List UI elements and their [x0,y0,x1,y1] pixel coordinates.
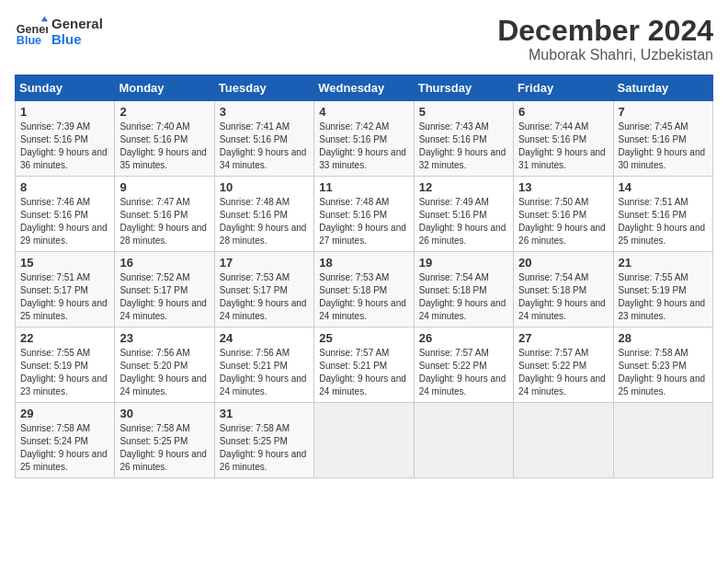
day-number: 18 [319,256,408,270]
page-header: General Blue General Blue December 2024 … [15,15,713,63]
calendar-week-row: 29 Sunrise: 7:58 AM Sunset: 5:24 PM Dayl… [16,403,713,478]
calendar-week-row: 8 Sunrise: 7:46 AM Sunset: 5:16 PM Dayli… [16,177,713,252]
day-number: 12 [419,180,508,194]
day-number: 8 [20,180,109,194]
day-number: 27 [518,331,608,345]
day-number: 28 [619,331,708,345]
days-of-week-row: SundayMondayTuesdayWednesdayThursdayFrid… [16,75,713,101]
day-number: 7 [619,105,708,119]
day-detail: Sunrise: 7:48 AM Sunset: 5:16 PM Dayligh… [319,196,408,247]
calendar-day-cell: 17 Sunrise: 7:53 AM Sunset: 5:17 PM Dayl… [214,252,313,327]
logo-blue-text: Blue [51,31,103,47]
calendar-day-cell: 7 Sunrise: 7:45 AM Sunset: 5:16 PM Dayli… [613,101,712,177]
day-detail: Sunrise: 7:55 AM Sunset: 5:19 PM Dayligh… [20,347,109,398]
day-detail: Sunrise: 7:41 AM Sunset: 5:16 PM Dayligh… [220,121,309,172]
day-detail: Sunrise: 7:58 AM Sunset: 5:25 PM Dayligh… [119,422,209,474]
day-number: 13 [518,180,608,194]
calendar-day-cell: 19 Sunrise: 7:54 AM Sunset: 5:18 PM Dayl… [414,252,513,327]
day-detail: Sunrise: 7:53 AM Sunset: 5:17 PM Dayligh… [220,271,309,323]
day-header-friday: Friday [514,75,613,101]
day-detail: Sunrise: 7:44 AM Sunset: 5:16 PM Dayligh… [518,121,608,172]
day-header-monday: Monday [115,75,214,101]
calendar-table: SundayMondayTuesdayWednesdayThursdayFrid… [15,75,713,478]
logo-icon: General Blue [15,15,48,48]
day-detail: Sunrise: 7:57 AM Sunset: 5:21 PM Dayligh… [319,347,408,398]
calendar-day-cell: 31 Sunrise: 7:58 AM Sunset: 5:25 PM Dayl… [214,403,313,478]
day-detail: Sunrise: 7:58 AM Sunset: 5:24 PM Dayligh… [20,422,109,474]
calendar-day-cell: 18 Sunrise: 7:53 AM Sunset: 5:18 PM Dayl… [314,252,414,327]
day-detail: Sunrise: 7:43 AM Sunset: 5:16 PM Dayligh… [419,121,508,172]
calendar-day-cell: 13 Sunrise: 7:50 AM Sunset: 5:16 PM Dayl… [514,177,613,252]
calendar-day-cell: 23 Sunrise: 7:56 AM Sunset: 5:20 PM Dayl… [115,327,214,403]
day-number: 25 [319,331,408,345]
day-detail: Sunrise: 7:56 AM Sunset: 5:20 PM Dayligh… [119,347,209,398]
calendar-day-cell: 9 Sunrise: 7:47 AM Sunset: 5:16 PM Dayli… [115,177,214,252]
calendar-week-row: 22 Sunrise: 7:55 AM Sunset: 5:19 PM Dayl… [16,327,713,403]
day-detail: Sunrise: 7:48 AM Sunset: 5:16 PM Dayligh… [220,196,309,247]
day-detail: Sunrise: 7:45 AM Sunset: 5:16 PM Dayligh… [619,121,708,172]
day-detail: Sunrise: 7:53 AM Sunset: 5:18 PM Dayligh… [319,271,408,323]
day-number: 1 [20,105,109,119]
calendar-day-cell [514,403,613,478]
calendar-day-cell: 21 Sunrise: 7:55 AM Sunset: 5:19 PM Dayl… [613,252,712,327]
calendar-day-cell: 6 Sunrise: 7:44 AM Sunset: 5:16 PM Dayli… [514,101,613,177]
calendar-day-cell: 15 Sunrise: 7:51 AM Sunset: 5:17 PM Dayl… [16,252,115,327]
day-number: 29 [20,407,109,420]
day-detail: Sunrise: 7:50 AM Sunset: 5:16 PM Dayligh… [518,196,608,247]
day-number: 20 [518,256,608,270]
calendar-day-cell: 26 Sunrise: 7:57 AM Sunset: 5:22 PM Dayl… [414,327,513,403]
day-header-wednesday: Wednesday [314,75,414,101]
calendar-day-cell: 16 Sunrise: 7:52 AM Sunset: 5:17 PM Dayl… [115,252,214,327]
calendar-day-cell: 14 Sunrise: 7:51 AM Sunset: 5:16 PM Dayl… [613,177,712,252]
day-number: 24 [220,331,309,345]
day-header-saturday: Saturday [613,75,712,101]
day-number: 3 [220,105,309,119]
svg-marker-2 [41,17,48,21]
day-header-thursday: Thursday [414,75,513,101]
calendar-day-cell: 27 Sunrise: 7:57 AM Sunset: 5:22 PM Dayl… [514,327,613,403]
day-number: 10 [220,180,309,194]
day-number: 17 [220,256,309,270]
calendar-body: 1 Sunrise: 7:39 AM Sunset: 5:16 PM Dayli… [16,101,713,478]
day-number: 23 [119,331,209,345]
day-detail: Sunrise: 7:58 AM Sunset: 5:25 PM Dayligh… [220,422,309,474]
calendar-day-cell [314,403,414,478]
day-number: 6 [518,105,608,119]
day-detail: Sunrise: 7:57 AM Sunset: 5:22 PM Dayligh… [419,347,508,398]
day-number: 14 [619,180,708,194]
calendar-day-cell: 3 Sunrise: 7:41 AM Sunset: 5:16 PM Dayli… [214,101,313,177]
calendar-day-cell: 30 Sunrise: 7:58 AM Sunset: 5:25 PM Dayl… [115,403,214,478]
calendar-day-cell: 25 Sunrise: 7:57 AM Sunset: 5:21 PM Dayl… [314,327,414,403]
calendar-day-cell [414,403,513,478]
title-block: December 2024 Muborak Shahri, Uzbekistan [497,15,713,63]
day-number: 19 [419,256,508,270]
calendar-day-cell: 11 Sunrise: 7:48 AM Sunset: 5:16 PM Dayl… [314,177,414,252]
day-header-tuesday: Tuesday [214,75,313,101]
day-number: 4 [319,105,408,119]
calendar-day-cell: 24 Sunrise: 7:56 AM Sunset: 5:21 PM Dayl… [214,327,313,403]
day-number: 15 [20,256,109,270]
day-detail: Sunrise: 7:49 AM Sunset: 5:16 PM Dayligh… [419,196,508,247]
calendar-day-cell [613,403,712,478]
day-detail: Sunrise: 7:56 AM Sunset: 5:21 PM Dayligh… [220,347,309,398]
day-detail: Sunrise: 7:47 AM Sunset: 5:16 PM Dayligh… [119,196,209,247]
calendar-day-cell: 5 Sunrise: 7:43 AM Sunset: 5:16 PM Dayli… [414,101,513,177]
day-detail: Sunrise: 7:40 AM Sunset: 5:16 PM Dayligh… [119,121,209,172]
day-detail: Sunrise: 7:39 AM Sunset: 5:16 PM Dayligh… [20,121,109,172]
day-detail: Sunrise: 7:57 AM Sunset: 5:22 PM Dayligh… [518,347,608,398]
calendar-subtitle: Muborak Shahri, Uzbekistan [497,47,713,63]
day-number: 22 [20,331,109,345]
logo: General Blue General Blue [15,15,103,48]
day-number: 5 [419,105,508,119]
calendar-week-row: 1 Sunrise: 7:39 AM Sunset: 5:16 PM Dayli… [16,101,713,177]
svg-text:Blue: Blue [17,34,41,47]
day-detail: Sunrise: 7:46 AM Sunset: 5:16 PM Dayligh… [20,196,109,247]
day-number: 26 [419,331,508,345]
calendar-day-cell: 1 Sunrise: 7:39 AM Sunset: 5:16 PM Dayli… [16,101,115,177]
calendar-day-cell: 20 Sunrise: 7:54 AM Sunset: 5:18 PM Dayl… [514,252,613,327]
day-detail: Sunrise: 7:55 AM Sunset: 5:19 PM Dayligh… [619,271,708,323]
calendar-day-cell: 4 Sunrise: 7:42 AM Sunset: 5:16 PM Dayli… [314,101,414,177]
day-number: 11 [319,180,408,194]
calendar-day-cell: 29 Sunrise: 7:58 AM Sunset: 5:24 PM Dayl… [16,403,115,478]
calendar-header: SundayMondayTuesdayWednesdayThursdayFrid… [16,75,713,101]
